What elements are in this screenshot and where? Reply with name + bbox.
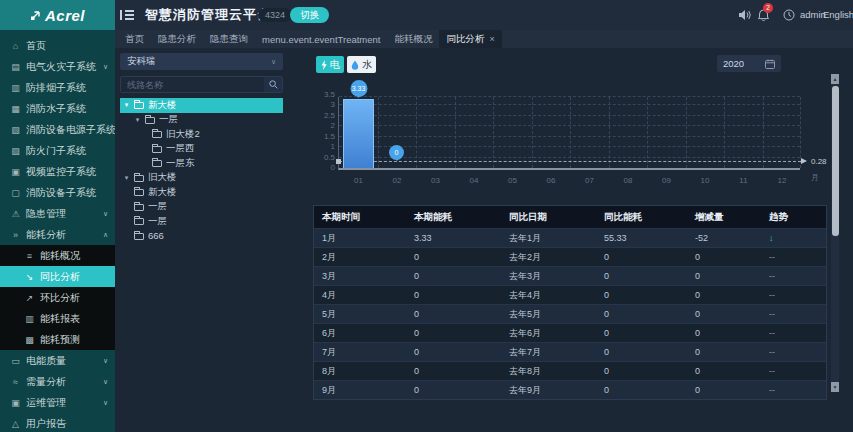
user-menu[interactable]: admin — [800, 0, 826, 30]
page-title: 智慧消防管理云平台 — [145, 0, 271, 30]
close-icon[interactable]: × — [489, 34, 494, 44]
sidebar-item-fire-water[interactable]: ▦消防水子系统 — [0, 98, 115, 119]
table-row: 4月0去年4月00-- — [314, 285, 826, 304]
x-tick: 01 — [339, 176, 378, 185]
folder-icon — [134, 102, 144, 109]
folder-icon — [152, 160, 162, 167]
sidebar-item-energy-forecast[interactable]: ▩能耗预测 — [0, 329, 115, 350]
x-tick: 05 — [493, 176, 532, 185]
table-header-row: 本期时间 本期能耗 同比日期 同比能耗 增减量 趋势 — [314, 206, 826, 228]
folder-icon — [134, 175, 144, 182]
tab-label: 隐患查询 — [210, 33, 248, 46]
sidebar-item-label: 能耗预测 — [40, 333, 80, 347]
table-row: 2月0去年2月00-- — [314, 247, 826, 266]
tab-bar: 首页 隐患分析 隐患查询 menu.event.eventTreatment 能… — [115, 30, 853, 48]
tab-hazard-analysis[interactable]: 隐患分析 — [151, 30, 203, 48]
scrollbar-thumb[interactable] — [832, 86, 839, 236]
sidebar-item-fire-door[interactable]: ▨防火门子系统 — [0, 140, 115, 161]
col-header: 同比能耗 — [596, 211, 687, 224]
sidebar-item-energy-analysis[interactable]: »能耗分析∧ — [0, 224, 115, 245]
switch-button[interactable]: 切换 — [290, 7, 329, 23]
tree-node[interactable]: 一层西 — [120, 142, 283, 157]
scroll-down-icon[interactable]: ▼ — [831, 382, 839, 392]
col-header: 同比日期 — [501, 211, 596, 224]
tree-node-label: 666 — [148, 230, 164, 241]
sidebar-item-ops-mgmt[interactable]: ▣运维管理∨ — [0, 392, 115, 413]
sidebar-item-label: 隐患管理 — [26, 207, 66, 221]
sidebar-item-hazard-mgmt[interactable]: ⚠隐患管理∨ — [0, 203, 115, 224]
scroll-up-icon[interactable]: ▲ — [831, 74, 839, 84]
electric-fire-icon: ▤ — [10, 62, 21, 72]
trend-up-icon: ↗ — [24, 293, 35, 303]
sidebar-item-fire-device[interactable]: ▢消防设备子系统 — [0, 182, 115, 203]
tree-node[interactable]: 一层 — [120, 214, 283, 229]
tab-yoy-analysis[interactable]: 同比分析 × — [439, 30, 501, 48]
tree-node-label: 一层 — [159, 113, 178, 126]
tree-node[interactable]: 旧大楼2 — [120, 127, 283, 142]
sidebar-item-smoke-control[interactable]: ▥防排烟子系统 — [0, 77, 115, 98]
list-icon: ≡ — [24, 251, 35, 261]
year-select[interactable]: 2020 — [717, 55, 781, 72]
sidebar-item-label: 运维管理 — [26, 396, 66, 410]
tree-node[interactable]: 666 — [120, 229, 283, 244]
line-search — [120, 76, 283, 93]
sidebar-item-label: 消防设备电源子系统 — [26, 123, 115, 137]
sidebar-item-label: 需量分析 — [26, 375, 66, 389]
sidebar-item-energy-report[interactable]: ▥能耗报表 — [0, 308, 115, 329]
notification-count-badge: 2 — [763, 3, 773, 13]
trend-down-icon: ↘ — [24, 272, 35, 282]
chevron-down-icon: ∨ — [271, 58, 276, 66]
tree-node-label: 旧大楼 — [148, 171, 177, 184]
chevron-down-icon: ∨ — [103, 378, 108, 386]
ops-icon: ▣ — [10, 398, 21, 408]
fire-door-icon: ▨ — [10, 146, 21, 156]
tree-node[interactable]: 一层东 — [120, 156, 283, 171]
tree-node[interactable]: 新大楼 — [120, 185, 283, 200]
sidebar-item-home[interactable]: ⌂首页 — [0, 35, 115, 56]
tab-energy-overview[interactable]: 能耗概况 — [387, 30, 439, 48]
y-tick: 2 — [311, 121, 335, 130]
tab-label: menu.event.eventTreatment — [262, 34, 380, 45]
x-tick: 10 — [686, 176, 725, 185]
x-tick: 08 — [609, 176, 648, 185]
tab-home[interactable]: 首页 — [118, 30, 151, 48]
demand-icon: ≈ — [10, 377, 21, 387]
tree-node[interactable]: ▾一层 — [120, 113, 283, 128]
sidebar-item-energy-overview[interactable]: ≡能耗概况 — [0, 245, 115, 266]
tab-event-treatment[interactable]: menu.event.eventTreatment — [255, 30, 387, 48]
tree-node[interactable]: 一层 — [120, 200, 283, 215]
language-switcher[interactable]: English — [823, 0, 853, 30]
y-tick: 0 — [311, 163, 335, 172]
table-row: 7月0去年7月00-- — [314, 342, 826, 361]
tab-hazard-query[interactable]: 隐患查询 — [203, 30, 255, 48]
chevron-down-icon: ∨ — [103, 63, 108, 71]
sidebar-item-user-report[interactable]: △用户报告 — [0, 413, 115, 432]
org-select[interactable]: 安科瑞 ∨ — [120, 53, 283, 70]
x-tick: 06 — [532, 176, 571, 185]
speaker-icon[interactable] — [738, 9, 751, 21]
water-toggle-button[interactable]: 水 — [347, 56, 376, 73]
sidebar-item-electric-fire[interactable]: ▤电气火灾子系统∨ — [0, 56, 115, 77]
sidebar-item-mom-analysis[interactable]: ↗环比分析 — [0, 287, 115, 308]
folder-icon — [134, 189, 144, 196]
tree-node[interactable]: ▾旧大楼 — [120, 171, 283, 186]
yoy-bar-chart: 0 0.5 1 1.5 2 2.5 3 3.5 0.28 月 3.33 0 01… — [338, 97, 800, 170]
sidebar-item-yoy-analysis[interactable]: ↘同比分析 — [0, 266, 115, 287]
hazard-icon: ⚠ — [10, 209, 21, 219]
sidebar-item-demand-analysis[interactable]: ≈需量分析∨ — [0, 371, 115, 392]
vertical-scrollbar: ▲ ▼ — [831, 74, 839, 392]
col-header: 本期时间 — [314, 211, 406, 224]
collapse-menu-icon[interactable] — [120, 10, 134, 20]
search-input[interactable] — [121, 77, 264, 92]
tree-node-label: 新大楼 — [148, 99, 177, 112]
tree-node[interactable]: ▾新大楼 — [120, 98, 283, 113]
search-icon[interactable] — [264, 77, 282, 92]
y-tick: 3.5 — [311, 90, 335, 99]
clock-icon[interactable] — [783, 9, 795, 21]
caret-down-icon: ▾ — [123, 174, 130, 182]
sidebar-item-power-quality[interactable]: ▭电能质量∨ — [0, 350, 115, 371]
electric-toggle-button[interactable]: 电 — [316, 56, 344, 73]
year-value: 2020 — [723, 58, 744, 69]
sidebar-item-fire-power[interactable]: ▧消防设备电源子系统 — [0, 119, 115, 140]
sidebar-item-video-monitor[interactable]: ▣视频监控子系统 — [0, 161, 115, 182]
